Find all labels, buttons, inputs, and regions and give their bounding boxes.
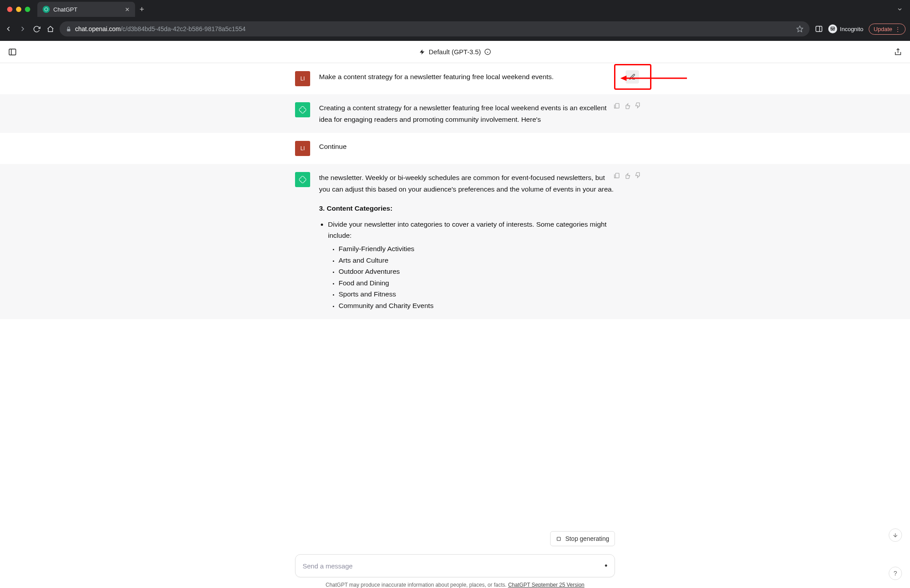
browser-tab[interactable]: ChatGPT ✕ [37, 2, 135, 17]
svg-rect-17 [615, 104, 619, 108]
tab-title: ChatGPT [53, 6, 121, 13]
sidebar-toggle-icon[interactable] [8, 48, 17, 56]
help-button[interactable]: ? [889, 567, 902, 580]
incognito-label: Incognito [840, 26, 863, 32]
user-message-text: Make a content strategy for a newsletter… [319, 71, 615, 83]
address-bar-row: chat.openai.com/c/d3b84bd5-45da-42c2-b58… [0, 19, 910, 41]
chatgpt-favicon-icon [43, 6, 50, 13]
close-tab-icon[interactable]: ✕ [125, 6, 130, 13]
footer-disclaimer: ChatGPT may produce inaccurate informati… [326, 582, 585, 588]
version-link[interactable]: ChatGPT September 25 Version [508, 582, 584, 588]
svg-point-5 [831, 29, 833, 31]
browser-right-icons: Incognito Update ⋮ [815, 24, 906, 35]
list-item: Sports and Fitness [339, 288, 615, 300]
home-button[interactable] [47, 25, 54, 33]
back-button[interactable] [4, 25, 12, 33]
incognito-icon [828, 24, 837, 33]
list-item: Divide your newsletter into categories t… [328, 219, 615, 312]
minimize-window-button[interactable] [16, 7, 21, 12]
send-button[interactable]: • [605, 561, 607, 571]
app-header: Default (GPT-3.5) [0, 41, 910, 63]
user-message-text: Continue [319, 141, 615, 152]
svg-rect-8 [9, 49, 16, 55]
list-item: Food and Dining [339, 277, 615, 289]
model-name-label: Default (GPT-3.5) [429, 48, 481, 56]
scroll-down-button[interactable] [889, 528, 902, 542]
lightning-icon [419, 49, 425, 55]
svg-rect-19 [557, 537, 561, 540]
assistant-paragraph: the newsletter. Weekly or bi-weekly sche… [319, 172, 615, 195]
chat-scroll-area[interactable]: LI Make a content strategy for a newslet… [0, 63, 910, 554]
chatgpt-app: Default (GPT-3.5) LI Make a content stra… [0, 41, 910, 588]
lock-icon [66, 26, 72, 32]
annotation-arrow [620, 74, 687, 83]
more-menu-icon: ⋮ [895, 26, 901, 32]
tabs-chevron-icon[interactable] [897, 6, 903, 12]
svg-point-0 [44, 8, 48, 11]
user-message-row: LI Continue [0, 133, 910, 164]
share-icon[interactable] [894, 48, 902, 56]
assistant-avatar [295, 172, 310, 187]
model-selector[interactable]: Default (GPT-3.5) [419, 48, 491, 56]
svg-rect-3 [816, 26, 822, 32]
close-window-button[interactable] [7, 7, 12, 12]
composer-placeholder: Send a message [303, 562, 353, 570]
copy-icon[interactable] [613, 172, 620, 179]
reload-button[interactable] [33, 25, 40, 33]
stop-icon [556, 536, 562, 542]
thumbs-down-icon[interactable] [635, 172, 642, 179]
user-avatar: LI [295, 71, 310, 86]
bottom-area: Stop generating Send a message • ChatGPT… [0, 554, 910, 588]
svg-marker-2 [797, 26, 803, 32]
copy-icon[interactable] [613, 102, 620, 109]
assistant-message-content: the newsletter. Weekly or bi-weekly sche… [319, 172, 615, 311]
svg-point-6 [833, 29, 835, 31]
svg-marker-16 [620, 76, 627, 81]
svg-marker-10 [419, 49, 424, 55]
new-tab-button[interactable]: + [140, 5, 144, 14]
message-composer[interactable]: Send a message • [295, 554, 615, 577]
side-panel-icon[interactable] [815, 25, 823, 33]
thumbs-down-icon[interactable] [635, 102, 642, 109]
tab-bar: ChatGPT ✕ + [0, 0, 910, 19]
arrow-down-icon [892, 532, 898, 538]
address-bar[interactable]: chat.openai.com/c/d3b84bd5-45da-42c2-b58… [60, 21, 810, 36]
list-item: Community and Charity Events [339, 300, 615, 312]
message-actions [613, 172, 642, 179]
stop-generating-button[interactable]: Stop generating [550, 531, 615, 546]
browser-chrome: ChatGPT ✕ + chat.openai.com/c/d3b84bd5-4… [0, 0, 910, 41]
svg-rect-1 [67, 28, 71, 31]
message-actions [613, 102, 642, 109]
list-item: Outdoor Adventures [339, 266, 615, 277]
assistant-avatar [295, 102, 310, 117]
incognito-badge[interactable]: Incognito [828, 24, 863, 33]
list-item: Arts and Culture [339, 255, 615, 266]
user-avatar: LI [295, 141, 310, 156]
nav-buttons [4, 25, 54, 33]
thumbs-up-icon[interactable] [624, 102, 631, 109]
thumbs-up-icon[interactable] [624, 172, 631, 179]
url-text: chat.openai.com/c/d3b84bd5-45da-42c2-b58… [75, 25, 793, 32]
stop-generating-label: Stop generating [565, 535, 609, 542]
info-icon[interactable] [484, 48, 491, 55]
forward-button[interactable] [19, 25, 27, 33]
update-button[interactable]: Update ⋮ [869, 24, 906, 35]
maximize-window-button[interactable] [25, 7, 30, 12]
bookmark-star-icon[interactable] [796, 25, 803, 32]
assistant-message-row: the newsletter. Weekly or bi-weekly sche… [0, 164, 910, 319]
svg-rect-18 [615, 173, 619, 178]
section-heading: 3. Content Categories: [319, 204, 392, 212]
user-message-row: LI Make a content strategy for a newslet… [0, 63, 910, 94]
list-item: Family-Friendly Activities [339, 243, 615, 255]
assistant-message-row: Creating a content strategy for a newsle… [0, 94, 910, 133]
window-controls [7, 7, 30, 12]
assistant-message-text: Creating a content strategy for a newsle… [319, 102, 615, 125]
